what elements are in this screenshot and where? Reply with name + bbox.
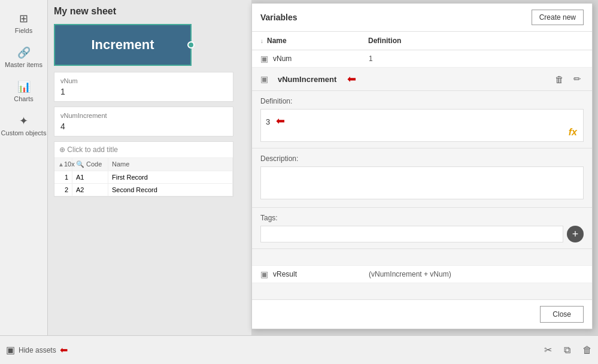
variable-actions: 🗑 ✏ (553, 72, 584, 86)
tags-section: Tags: + (252, 208, 592, 249)
vnumincrement-value: 4 (60, 122, 227, 131)
sidebar: ⊞ Fields 🔗 Master items 📊 Charts ✦ Custo… (0, 0, 48, 335)
definition-label: Definition: (260, 97, 584, 105)
col-name: Name (108, 158, 233, 171)
hide-assets-btn[interactable]: ▣ Hide assets ⬅ (6, 344, 68, 356)
duplicate-icon[interactable]: ⧉ (564, 345, 570, 356)
data-table: ⊕ Click to add title ▲10x 🔍 Code Name 1 … (54, 141, 233, 197)
sidebar-label-custom-objects: Custom objects (1, 129, 47, 136)
description-section: Description: (252, 148, 592, 208)
red-arrow-name: ⬅ (347, 72, 356, 86)
col-def-label: Definition (368, 37, 584, 45)
description-label: Description: (260, 154, 584, 163)
custom-objects-icon: ✦ (19, 114, 28, 128)
var-table-header: ↓ Name Definition (252, 32, 592, 50)
table-add-title[interactable]: ⊕ Click to add title (54, 142, 233, 158)
cell-name-1: First Record (108, 171, 233, 183)
kpi-label: Increment (91, 37, 154, 52)
sidebar-label-master-items: Master items (5, 61, 43, 68)
tags-input[interactable] (260, 226, 563, 242)
tags-input-row: + (260, 226, 584, 242)
panel-footer: Close (252, 299, 592, 329)
table-row: 1 A1 First Record (54, 171, 233, 184)
cell-num-2: 2 (54, 184, 72, 196)
vnum-label: vNum (60, 77, 227, 84)
bottom-bar-right: ✂ ⧉ 🗑 (544, 344, 592, 356)
edit-variable-button[interactable]: ✏ (571, 72, 584, 86)
hide-assets-label: Hide assets (19, 346, 56, 354)
trash-icon[interactable]: 🗑 (582, 345, 592, 356)
fx-icon: fx (569, 127, 577, 138)
sort-arrow-icon: ↓ (260, 38, 263, 44)
link-icon: 🔗 (17, 46, 31, 59)
delete-variable-button[interactable]: 🗑 (553, 72, 566, 86)
bottom-bar: ▣ Hide assets ⬅ ✂ ⧉ 🗑 (0, 335, 598, 364)
red-arrow-hide: ⬅ (60, 344, 68, 356)
variable-def-vresult: (vNumIncrement + vNum) (369, 270, 584, 278)
panel-spacer (252, 249, 592, 265)
bottom-spacer (252, 283, 592, 299)
col-name-label: Name (267, 37, 287, 45)
sort-icon: ▲ (58, 161, 64, 168)
charts-icon: 📊 (17, 80, 31, 93)
table-row: 2 A2 Second Record (54, 184, 233, 196)
main-content: My new sheet Increment vNum 1 vNumIncrem… (48, 0, 251, 335)
variable-expanded-name: vNumIncrement (278, 75, 336, 84)
definition-value: 3 ⬅ (266, 117, 285, 126)
panel-title: Variables (260, 13, 298, 22)
variable-def-vnum: 1 (369, 54, 584, 63)
sidebar-label-fields: Fields (15, 27, 32, 34)
fields-icon: ⊞ (19, 12, 28, 25)
table-header: ▲10x 🔍 Code Name (54, 158, 233, 171)
sidebar-item-custom-objects[interactable]: ✦ Custom objects (0, 108, 47, 142)
variable-name-vresult: vResult (273, 270, 369, 278)
description-input[interactable] (260, 166, 584, 199)
tags-label: Tags: (260, 214, 584, 222)
col-header-name: ↓ Name (260, 37, 368, 45)
variable-row-vresult[interactable]: ▣ vResult (vNumIncrement + vNum) (252, 265, 592, 283)
create-new-button[interactable]: Create new (532, 10, 584, 25)
cell-num-1: 1 (54, 171, 72, 183)
variable-icon-vnumincrement: ▣ (260, 74, 268, 84)
vnumincrement-label: vNumIncrement (60, 112, 227, 119)
sidebar-item-fields[interactable]: ⊞ Fields (0, 6, 47, 40)
red-arrow-definition: ⬅ (276, 115, 285, 127)
close-button[interactable]: Close (540, 306, 584, 323)
tags-add-button[interactable]: + (567, 226, 584, 242)
sidebar-label-charts: Charts (14, 95, 33, 102)
variable-row-expanded-vnumincrement[interactable]: ▣ vNumIncrement ⬅ 🗑 ✏ (252, 68, 592, 91)
sidebar-item-master-items[interactable]: 🔗 Master items (0, 40, 47, 74)
definition-box[interactable]: 3 ⬅ fx (260, 109, 584, 142)
variable-icon-vresult: ▣ (260, 269, 268, 279)
vnumincrement-box: vNumIncrement 4 (54, 107, 233, 136)
col-num: ▲10x (54, 158, 72, 171)
kpi-card[interactable]: Increment (54, 24, 192, 66)
variable-name-vnum: vNum (273, 54, 369, 63)
variable-icon-vnum: ▣ (260, 54, 268, 63)
kpi-connector-dot (187, 41, 195, 48)
variable-row-vnum[interactable]: ▣ vNum 1 (252, 50, 592, 68)
col-code: 🔍 Code (72, 158, 108, 171)
sidebar-item-charts[interactable]: 📊 Charts (0, 74, 47, 108)
definition-section: Definition: 3 ⬅ fx (252, 91, 592, 148)
cell-code-2: A2 (72, 184, 108, 196)
sheet-title: My new sheet (54, 6, 245, 17)
hide-assets-icon: ▣ (6, 344, 15, 356)
vnum-value: 1 (60, 87, 227, 96)
scissors-icon[interactable]: ✂ (544, 344, 552, 356)
variables-panel: Variables Create new ↓ Name Definition ▣… (251, 3, 593, 329)
panel-header: Variables Create new (252, 4, 592, 32)
cell-code-1: A1 (72, 171, 108, 183)
cell-name-2: Second Record (108, 184, 233, 196)
table-add-title-label: Click to add title (67, 145, 118, 154)
search-icon-code: 🔍 (76, 160, 84, 168)
vnum-box: vNum 1 (54, 72, 233, 102)
